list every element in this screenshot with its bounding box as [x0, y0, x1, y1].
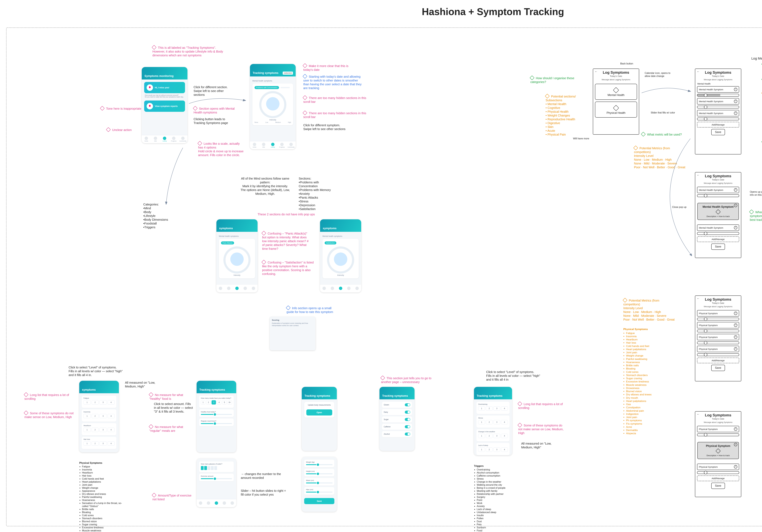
toggle-icon[interactable] — [405, 403, 410, 406]
tab-community[interactable]: Community — [287, 143, 295, 148]
symptom-row[interactable]: Physical Symptom? — [697, 310, 739, 316]
body-field[interactable]: Waist (cm) — [304, 478, 334, 486]
category-mental-health[interactable]: Mental Health — [595, 84, 637, 100]
toggle-icon[interactable] — [405, 432, 410, 435]
exercise-row[interactable]: Exercise amount — [199, 474, 234, 481]
symptom-row[interactable]: Physical Symptom? — [697, 426, 739, 432]
tab-progress[interactable]: Progress — [278, 143, 286, 148]
add-manage-button[interactable]: Add/Manage — [697, 236, 739, 242]
save-button[interactable]: Save — [304, 498, 334, 504]
toggle-row[interactable]: Caffeine — [382, 424, 412, 430]
back-icon[interactable]: ← — [697, 173, 700, 177]
symptom-slider[interactable] — [697, 330, 739, 332]
glass-icon[interactable] — [207, 466, 210, 470]
save-button[interactable]: Save — [711, 243, 725, 250]
add-manage-button[interactable]: Add/Manage — [697, 476, 739, 481]
toggle-icon[interactable] — [405, 425, 410, 428]
info-icon[interactable]: ? — [734, 100, 737, 103]
intensity-dial[interactable]: Intensity — [221, 246, 253, 276]
symptom-row[interactable]: Physical Symptom? — [697, 322, 739, 328]
intensity-dial[interactable]: Intensity None Low Medium High — [255, 91, 291, 123]
info-icon[interactable]: ? — [734, 428, 737, 431]
close-icon[interactable]: × — [734, 204, 737, 207]
symptom-slider[interactable] — [697, 194, 739, 197]
symptom-row[interactable]: Mental Health Symptom? — [697, 187, 739, 193]
meals-row[interactable]: How many meals have you eaten today? 1 2… — [199, 396, 234, 408]
info-icon[interactable]: ? — [734, 335, 737, 339]
symptom-slider[interactable] — [697, 232, 739, 235]
tab-activity[interactable]: Activity — [161, 137, 169, 142]
close-icon[interactable]: × — [734, 443, 737, 446]
date-pill[interactable]: 19/05/2022 — [283, 72, 293, 75]
toggle-icon[interactable] — [405, 411, 410, 414]
toggle-row[interactable]: Dairy — [382, 409, 412, 415]
symptom-chip-next[interactable] — [280, 87, 290, 88]
view-reports-card[interactable]: View symptom reports — [144, 100, 185, 112]
glass-icon[interactable] — [201, 466, 203, 470]
tab-activity[interactable]: Activity — [269, 143, 277, 148]
info-icon[interactable]: ? — [734, 226, 737, 230]
symptom-chip[interactable]: Problems with Concentration — [255, 86, 279, 89]
tab-home[interactable]: Home — [142, 137, 150, 142]
save-button[interactable]: Save — [711, 129, 725, 135]
save-button[interactable]: Save — [711, 483, 725, 489]
info-icon[interactable]: ? — [734, 188, 737, 192]
symptom-slider[interactable] — [697, 118, 739, 120]
greeting-card[interactable]: Hi, I miss you! — [144, 82, 185, 93]
back-icon[interactable]: ← — [697, 413, 700, 416]
symptom-row[interactable]: Mental Health Symptom? — [697, 110, 739, 116]
symptom-chip[interactable]: Panic Attacks — [221, 241, 234, 244]
symptom-chip[interactable]: Satisfaction — [325, 241, 336, 244]
back-icon[interactable]: ← — [697, 70, 700, 73]
level-row[interactable]: Insomnia1234 — [82, 409, 116, 422]
body-field[interactable]: Hips (cm) — [304, 487, 334, 495]
open-body-button[interactable]: Open — [306, 409, 332, 416]
toggle-row[interactable]: Gluten — [382, 402, 412, 408]
trigger-row[interactable]: Stress1234 — [476, 416, 510, 428]
level-row[interactable]: Hair loss1234 — [82, 437, 116, 449]
symptom-row[interactable]: Physical Symptom? — [697, 346, 739, 352]
intensity-dial[interactable]: Intensity — [325, 246, 357, 276]
info-icon[interactable]: ? — [734, 347, 737, 351]
tab-diet[interactable]: Diet — [151, 137, 160, 142]
level-row[interactable]: Fatigue1234 — [82, 396, 116, 408]
back-icon[interactable]: ← — [595, 70, 597, 73]
info-icon[interactable]: ? — [734, 111, 737, 115]
tab-home[interactable]: Home — [250, 143, 259, 148]
info-icon[interactable]: ? — [734, 465, 737, 469]
symptom-slider[interactable] — [697, 433, 739, 436]
toggle-row[interactable]: Alcohol — [382, 431, 412, 437]
symptom-row[interactable]: Physical Symptom? — [697, 334, 739, 340]
symptom-slider[interactable] — [697, 106, 739, 108]
regular-meals-row[interactable]: Regular meal times? — [199, 419, 234, 426]
symptom-row[interactable]: Mental Health Symptom? — [697, 86, 739, 93]
symptom-slider[interactable] — [697, 318, 739, 320]
save-button[interactable]: Save — [711, 365, 725, 371]
water-row[interactable]: How many glasses of water? — [199, 461, 234, 472]
level-row[interactable]: Heartburn1234 — [82, 423, 116, 435]
toggle-icon[interactable] — [405, 418, 410, 421]
symptom-row[interactable]: Mental Health Symptom? — [697, 98, 739, 104]
trigger-row[interactable]: Overtraining1234 — [476, 402, 510, 414]
toggle-row[interactable]: Sugar — [382, 416, 412, 423]
symptom-row[interactable]: Mental Health Symptom? — [697, 225, 739, 231]
add-manage-button[interactable]: Add/Manage — [697, 358, 739, 363]
tab-progress[interactable]: Progress — [170, 137, 178, 142]
body-field[interactable]: Height (cm) — [304, 469, 334, 476]
trigger-row[interactable]: Change in the weather1234 — [476, 429, 510, 441]
add-manage-button[interactable]: Add/Manage — [697, 122, 739, 127]
symptom-slider[interactable] — [697, 471, 739, 474]
whiteboard-canvas[interactable]: Hashiona + Symptom Tracking Symptoms mon… — [0, 0, 762, 532]
glass-icon[interactable] — [214, 466, 217, 470]
symptom-row[interactable]: Physical Symptom? — [697, 464, 739, 470]
trigger-row[interactable]: Lack of sleep1234 — [476, 443, 510, 455]
healthy-food-row[interactable]: Healthy food today? — [199, 409, 234, 417]
back-icon[interactable]: ← — [697, 297, 700, 300]
tab-diet[interactable]: Diet — [260, 143, 268, 148]
tab-community[interactable]: Community — [179, 137, 187, 142]
symptom-slider[interactable] — [697, 342, 739, 344]
info-icon[interactable]: ? — [734, 88, 737, 91]
info-icon[interactable]: ? — [734, 312, 737, 315]
glass-icon[interactable] — [211, 466, 214, 470]
glass-icon[interactable] — [204, 466, 207, 470]
